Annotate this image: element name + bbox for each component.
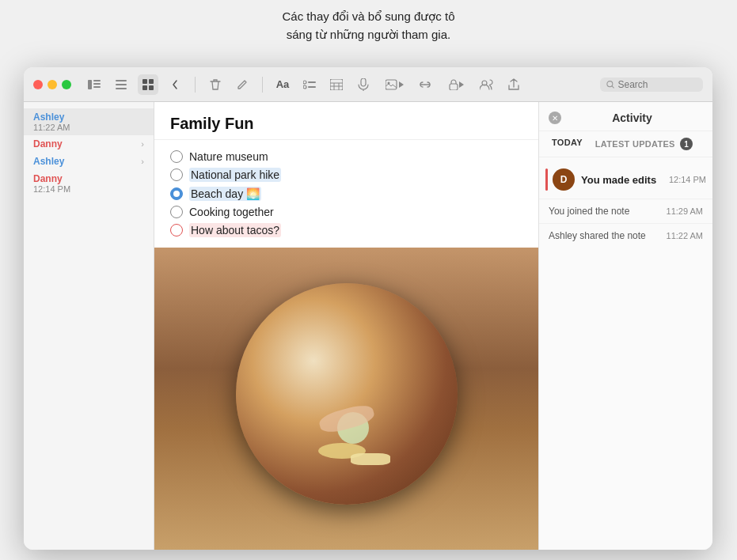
svg-rect-8 bbox=[149, 79, 154, 84]
svg-rect-3 bbox=[93, 86, 101, 88]
sidebar-item-ashley-2[interactable]: Ashley › bbox=[24, 153, 154, 170]
lock-button[interactable] bbox=[442, 74, 470, 95]
svg-rect-15 bbox=[330, 79, 343, 90]
traffic-lights bbox=[33, 80, 71, 89]
toolbar-sep-2 bbox=[262, 77, 263, 93]
tab-latest-updates[interactable]: LATEST UPDATES 1 bbox=[591, 136, 697, 152]
grid-view-button[interactable] bbox=[138, 74, 158, 95]
svg-rect-9 bbox=[142, 85, 147, 90]
sidebar-toggle-button[interactable] bbox=[84, 74, 104, 95]
activity-sub-entry-2: Ashley shared the note 11:22 AM bbox=[539, 227, 712, 244]
delete-button[interactable] bbox=[205, 74, 226, 95]
edit-button[interactable] bbox=[232, 74, 253, 95]
svg-rect-5 bbox=[116, 84, 127, 85]
svg-point-11 bbox=[303, 81, 306, 84]
maximize-button[interactable] bbox=[62, 80, 71, 89]
link-button[interactable] bbox=[415, 74, 435, 95]
note-header: Family Fun bbox=[154, 102, 538, 140]
search-icon bbox=[606, 80, 614, 89]
activity-close-button[interactable]: ✕ bbox=[549, 112, 561, 124]
checklist-item-2[interactable]: National park hike bbox=[170, 165, 522, 184]
list-view-button[interactable] bbox=[111, 74, 131, 95]
app-window: Aa bbox=[24, 67, 712, 550]
note-content: Family Fun Nature museum National park h… bbox=[154, 102, 538, 550]
svg-rect-24 bbox=[450, 84, 458, 90]
checklist-item-3[interactable]: Beach day 🌅 bbox=[170, 184, 522, 203]
svg-rect-14 bbox=[308, 86, 316, 88]
note-title: Family Fun bbox=[170, 115, 522, 133]
divider-2 bbox=[539, 223, 712, 224]
checklist-item-5[interactable]: How about tacos? bbox=[170, 221, 522, 240]
checkbox-4[interactable] bbox=[170, 206, 183, 218]
activity-main-time: 12:14 PM bbox=[669, 175, 706, 184]
activity-sub-entry-1: You joined the note 11:29 AM bbox=[539, 202, 712, 220]
checklist-item-1[interactable]: Nature museum bbox=[170, 148, 522, 165]
checklist-item-4[interactable]: Cooking together bbox=[170, 203, 522, 221]
back-button[interactable] bbox=[165, 74, 185, 95]
checklist: Nature museum National park hike Beach d… bbox=[154, 140, 538, 248]
tab-today[interactable]: TODAY bbox=[547, 136, 587, 152]
minimize-button[interactable] bbox=[47, 80, 57, 89]
media-button[interactable] bbox=[380, 74, 408, 95]
sidebar-item-danny-1[interactable]: Danny › bbox=[24, 135, 154, 153]
tooltip-annotation: Các thay đổi và bổ sung được tô sáng từ … bbox=[0, 8, 737, 44]
chevron-right-icon: › bbox=[141, 157, 144, 166]
svg-rect-0 bbox=[88, 80, 92, 89]
svg-rect-4 bbox=[116, 80, 127, 81]
checkbox-3[interactable] bbox=[170, 187, 183, 200]
svg-rect-12 bbox=[308, 81, 316, 83]
checkbox-2[interactable] bbox=[170, 168, 183, 181]
svg-point-26 bbox=[607, 81, 613, 86]
sidebar-item-ashley-1[interactable]: Ashley 11:22 AM bbox=[24, 108, 154, 135]
sidebar: Ashley 11:22 AM Danny › Ashley › Danny 1… bbox=[24, 102, 154, 550]
svg-rect-6 bbox=[116, 88, 127, 89]
toolbar-sep-1 bbox=[195, 77, 196, 93]
close-button[interactable] bbox=[33, 80, 43, 89]
checkbox-1[interactable] bbox=[170, 150, 183, 163]
collaborate-button[interactable] bbox=[477, 74, 497, 95]
table-button[interactable] bbox=[326, 74, 347, 95]
svg-point-13 bbox=[303, 85, 306, 89]
activity-entry-content: D You made edits 12:14 PM bbox=[553, 168, 706, 191]
search-bar[interactable] bbox=[600, 78, 703, 92]
chevron-right-icon: › bbox=[141, 139, 144, 149]
search-input[interactable] bbox=[617, 79, 697, 90]
divider-1 bbox=[539, 199, 712, 199]
activity-panel-header: ✕ Activity bbox=[539, 102, 712, 131]
activity-tabs: TODAY LATEST UPDATES 1 bbox=[539, 131, 712, 157]
checkbox-5[interactable] bbox=[170, 224, 183, 236]
title-bar: Aa bbox=[24, 67, 712, 102]
audio-button[interactable] bbox=[353, 74, 374, 95]
svg-rect-1 bbox=[93, 80, 101, 81]
svg-rect-2 bbox=[93, 83, 101, 85]
svg-rect-20 bbox=[361, 78, 366, 86]
activity-panel-title: Activity bbox=[561, 112, 703, 124]
svg-line-27 bbox=[612, 85, 614, 88]
sidebar-item-danny-2[interactable]: Danny 12:14 PM bbox=[24, 170, 154, 197]
activity-panel: ✕ Activity TODAY LATEST UPDATES 1 D bbox=[538, 102, 712, 550]
food-image bbox=[154, 248, 538, 550]
svg-rect-10 bbox=[149, 85, 154, 90]
avatar-user: D bbox=[553, 168, 575, 191]
svg-rect-7 bbox=[142, 79, 147, 84]
checklist-button[interactable] bbox=[299, 74, 320, 95]
activity-list: D You made edits 12:14 PM You joined the… bbox=[539, 157, 712, 251]
activity-main-text: You made edits bbox=[581, 174, 669, 186]
activity-entry-main-row: D You made edits 12:14 PM bbox=[539, 164, 712, 195]
activity-left-bar bbox=[545, 168, 548, 191]
text-format-button[interactable]: Aa bbox=[272, 74, 293, 95]
content-area: Ashley 11:22 AM Danny › Ashley › Danny 1… bbox=[24, 102, 712, 550]
share-button[interactable] bbox=[503, 74, 524, 95]
